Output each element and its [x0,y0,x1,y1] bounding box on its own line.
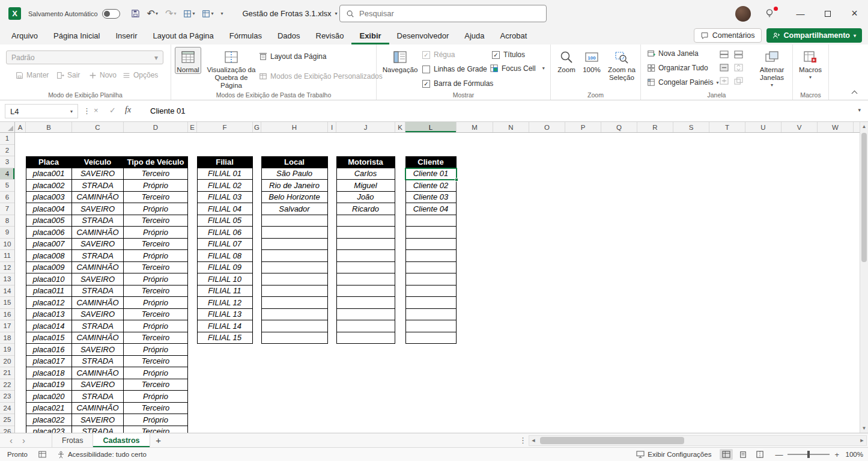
new-sheet-view-button[interactable]: Novo [89,71,117,79]
display-settings-button[interactable]: Exibir Configurações [636,451,711,458]
select-all-corner[interactable] [0,122,15,133]
column-header-U[interactable]: U [745,122,782,132]
cell-H18[interactable] [261,332,328,344]
undo-button[interactable]: ↶▾ [145,6,160,21]
column-header-I[interactable]: I [328,122,336,132]
cell-B18[interactable]: placa015 [26,332,72,344]
cell-B10[interactable]: placa007 [26,239,72,251]
cell-J4[interactable]: Carlos [336,168,395,180]
autosave-toggle[interactable] [102,9,120,19]
cell-D11[interactable]: Próprio [124,250,188,262]
column-header-T[interactable]: T [709,122,745,132]
cell-C21[interactable]: CAMINHÃO [72,367,124,379]
cell-J16[interactable] [336,309,395,321]
keep-sheet-view-button[interactable]: Manter [16,71,49,79]
scroll-left-icon[interactable]: ◀ [529,436,538,445]
page-layout-view-button[interactable]: Layout da Página [259,52,326,61]
cell-H16[interactable] [261,309,328,321]
cell-L3[interactable]: Cliente [405,156,457,168]
row-header-3[interactable]: 3 [0,156,14,168]
cell-C6[interactable]: CAMINHÃO [72,192,124,204]
cell-H3[interactable]: Local [261,156,328,168]
cell-D20[interactable]: Terceiro [124,356,188,368]
column-header-B[interactable]: B [26,122,72,132]
cell-F5[interactable]: FILIAL 02 [197,180,253,192]
column-header-N[interactable]: N [493,122,529,132]
column-header-E[interactable]: E [188,122,197,132]
ribbon-tab-arquivo[interactable]: Arquivo [4,27,46,44]
cells-area[interactable]: PlacaVeículoTipo de Veículoplaca001SAVEI… [15,133,860,433]
formula-bar-checkbox[interactable]: Barra de Fórmulas [422,79,493,88]
cell-B8[interactable]: placa005 [26,215,72,227]
column-header-G[interactable]: G [253,122,261,132]
scroll-up-icon[interactable]: ▲ [860,122,868,131]
sheet-tab-frotas[interactable]: Frotas [52,433,93,447]
row-header-10[interactable]: 10 [0,239,14,251]
cell-J12[interactable] [336,262,395,274]
cell-B4[interactable]: placa001 [26,168,72,180]
cell-C22[interactable]: SAVEIRO [72,379,124,391]
horizontal-scrollbar[interactable]: ◀ ▶ [529,435,867,446]
zoom-level[interactable]: 100% [844,451,863,458]
qat-borders-button[interactable]: ▾ [181,8,197,20]
zoom-slider-thumb[interactable] [807,451,810,458]
cell-F8[interactable]: FILIAL 05 [197,215,253,227]
synchronous-scrolling-button[interactable] [732,63,744,73]
zoom-in-icon[interactable]: + [834,450,839,459]
cell-B22[interactable]: placa019 [26,379,72,391]
macros-button[interactable]: Macros ▾ [795,47,825,81]
column-header-M[interactable]: M [457,122,493,132]
cell-C20[interactable]: STRADA [72,356,124,368]
cell-C26[interactable]: STRADA [72,426,124,433]
row-header-24[interactable]: 24 [0,403,14,415]
cell-D14[interactable]: Terceiro [124,285,188,298]
cell-C3[interactable]: Veículo [72,156,124,168]
cell-C12[interactable]: CAMINHÃO [72,262,124,274]
row-header-22[interactable]: 22 [0,379,14,391]
share-button[interactable]: Compartilhamento ▾ [766,28,862,43]
row-header-12[interactable]: 12 [0,262,14,274]
cell-C16[interactable]: SAVEIRO [72,309,124,321]
cell-D15[interactable]: Próprio [124,297,188,309]
cell-B5[interactable]: placa002 [26,180,72,192]
cell-F10[interactable]: FILIAL 07 [197,239,253,251]
row-header-23[interactable]: 23 [0,391,14,403]
cell-L17[interactable] [405,320,457,332]
cell-J5[interactable]: Miguel [336,180,395,192]
page-layout-shortcut-button[interactable] [736,449,750,460]
expand-formula-bar-icon[interactable]: ▾ [858,107,861,113]
cell-D21[interactable]: Próprio [124,367,188,379]
cell-C7[interactable]: SAVEIRO [72,203,124,215]
redo-button[interactable]: ↷▾ [163,6,178,21]
cell-B6[interactable]: placa003 [26,192,72,204]
cell-J18[interactable] [336,332,395,344]
cell-B25[interactable]: placa022 [26,414,72,426]
cell-J10[interactable] [336,239,395,251]
cell-H4[interactable]: São Paulo [261,168,328,180]
cell-L14[interactable] [405,285,457,298]
cell-B12[interactable]: placa009 [26,262,72,274]
row-header-7[interactable]: 7 [0,203,14,215]
cell-H11[interactable] [261,250,328,262]
save-button[interactable] [129,7,142,20]
new-sheet-button[interactable]: + [150,433,167,447]
normal-view-shortcut-button[interactable] [720,449,733,460]
zoom-slider[interactable] [788,454,830,455]
enter-icon[interactable]: ✓ [109,106,116,115]
cell-H10[interactable] [261,239,328,251]
cell-B7[interactable]: placa004 [26,203,72,215]
cell-H8[interactable] [261,215,328,227]
cell-F4[interactable]: FILIAL 01 [197,168,253,180]
switch-windows-button[interactable]: Alternar Janelas ▾ [754,47,790,89]
minimize-button[interactable]: — [787,0,814,27]
view-side-by-side-button[interactable] [732,49,744,60]
scroll-down-icon[interactable]: ▼ [860,424,868,433]
cell-H9[interactable] [261,227,328,239]
cell-F12[interactable]: FILIAL 09 [197,262,253,274]
row-header-17[interactable]: 17 [0,320,14,332]
cell-H17[interactable] [261,320,328,332]
row-header-2[interactable]: 2 [0,145,14,157]
row-header-11[interactable]: 11 [0,250,14,262]
row-header-1[interactable]: 1 [0,133,14,145]
cell-B26[interactable]: placa023 [26,426,72,433]
